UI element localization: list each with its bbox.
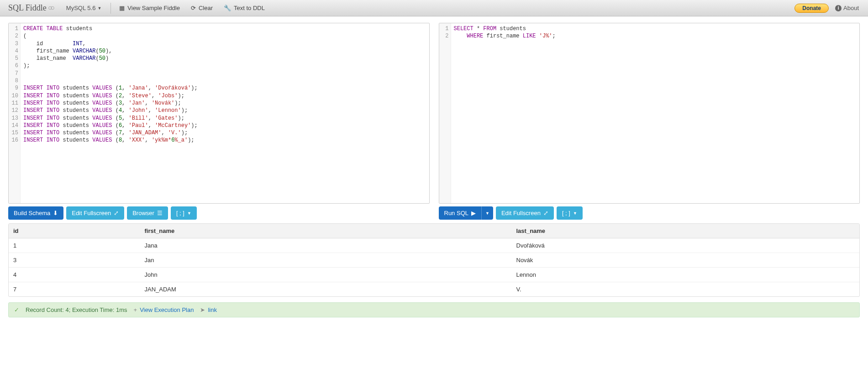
build-schema-button[interactable]: Build Schema ⬇: [8, 206, 63, 220]
query-code[interactable]: SELECT * FROM students WHERE first_name …: [451, 23, 558, 203]
wrench-icon: 🔧: [224, 5, 231, 11]
grid-icon: ▦: [119, 5, 125, 11]
query-editor[interactable]: 12 SELECT * FROM students WHERE first_na…: [439, 23, 860, 204]
clear-label: Clear: [199, 5, 213, 11]
schema-editor[interactable]: 12345678910111213141516 CREATE TABLE stu…: [8, 23, 430, 204]
table-cell: Lennon: [512, 268, 860, 282]
table-cell: JAN_ADAM: [140, 282, 512, 297]
refresh-icon: ⟳: [191, 5, 196, 11]
query-terminator-label: [ ; ]: [562, 210, 570, 216]
table-row: 7JAN_ADAMV.: [9, 282, 859, 297]
editor-panels: 12345678910111213141516 CREATE TABLE stu…: [0, 16, 868, 206]
caret-down-icon: ▼: [97, 6, 101, 11]
query-fullscreen-label: Edit Fullscreen: [501, 210, 541, 216]
query-fullscreen-button[interactable]: Edit Fullscreen ⤢: [496, 206, 554, 220]
table-cell: V.: [512, 282, 860, 297]
schema-actions: Build Schema ⬇ Edit Fullscreen ⤢ Browser…: [8, 206, 430, 220]
query-actions: Run SQL ▶ ▼ Edit Fullscreen ⤢ [ ; ] ▼: [439, 206, 860, 220]
run-sql-dropdown[interactable]: ▼: [481, 206, 493, 220]
table-row: 1JanaDvořáková: [9, 238, 859, 253]
table-cell: 1: [9, 238, 140, 253]
run-sql-group: Run SQL ▶ ▼: [439, 206, 493, 220]
text-to-ddl-button[interactable]: 🔧 Text to DDL: [218, 5, 270, 11]
about-label: About: [843, 5, 859, 11]
divider: [110, 3, 111, 14]
table-cell: Jana: [140, 238, 512, 253]
caret-down-icon: ▼: [187, 211, 191, 216]
table-cell: Novák: [512, 253, 860, 268]
query-line-gutter: 12: [439, 23, 451, 203]
logo-icon: [48, 5, 54, 11]
table-cell: 7: [9, 282, 140, 297]
clear-button[interactable]: ⟳ Clear: [185, 5, 218, 11]
schema-line-gutter: 12345678910111213141516: [9, 23, 21, 203]
db-engine-label: MySQL 5.6: [66, 5, 96, 11]
schema-fullscreen-button[interactable]: Edit Fullscreen ⤢: [66, 206, 124, 220]
table-cell: Jan: [140, 253, 512, 268]
svg-point-0: [48, 6, 52, 10]
table-cell: 4: [9, 268, 140, 282]
expand-icon: ⤢: [114, 210, 119, 216]
logo-text: SQL Fiddle: [8, 3, 47, 13]
view-sample-button[interactable]: ▦ View Sample Fiddle: [114, 5, 185, 11]
action-rows: Build Schema ⬇ Edit Fullscreen ⤢ Browser…: [0, 206, 868, 223]
view-sample-label: View Sample Fiddle: [127, 5, 180, 11]
caret-down-icon: ▼: [485, 211, 489, 216]
about-button[interactable]: i About: [829, 5, 865, 11]
schema-terminator-button[interactable]: [ ; ] ▼: [171, 206, 197, 220]
column-header: last_name: [512, 224, 860, 238]
schema-fullscreen-label: Edit Fullscreen: [72, 210, 111, 216]
exec-plan-group[interactable]: + View Execution Plan: [134, 306, 194, 313]
browser-label: Browser: [132, 210, 154, 216]
check-icon: ✓: [14, 306, 19, 313]
svg-point-1: [51, 6, 54, 10]
table-row: 4JohnLennon: [9, 268, 859, 282]
column-header: first_name: [140, 224, 512, 238]
logo[interactable]: SQL Fiddle: [3, 3, 60, 13]
query-terminator-button[interactable]: [ ; ] ▼: [557, 206, 583, 220]
play-icon: ▶: [471, 210, 476, 216]
table-cell: 3: [9, 253, 140, 268]
status-summary: Record Count: 4; Execution Time: 1ms: [26, 306, 127, 313]
expand-icon: ⤢: [543, 210, 548, 216]
permalink-group[interactable]: ➤ link: [200, 306, 217, 313]
browser-button[interactable]: Browser ☰: [127, 206, 168, 220]
build-schema-label: Build Schema: [14, 210, 50, 216]
text-to-ddl-label: Text to DDL: [234, 5, 265, 11]
status-bar: ✓ Record Count: 4; Execution Time: 1ms +…: [8, 302, 860, 317]
info-icon: i: [835, 5, 842, 11]
db-engine-selector[interactable]: MySQL 5.6 ▼: [60, 5, 108, 11]
schema-terminator-label: [ ; ]: [176, 210, 184, 216]
schema-code[interactable]: CREATE TABLE students ( id INT, first_na…: [21, 23, 200, 203]
donate-button[interactable]: Donate: [794, 4, 829, 13]
permalink[interactable]: link: [208, 306, 217, 313]
topbar: SQL Fiddle MySQL 5.6 ▼ ▦ View Sample Fid…: [0, 0, 868, 16]
list-icon: ☰: [157, 210, 163, 216]
results-header-row: idfirst_namelast_name: [9, 224, 859, 238]
table-cell: Dvořáková: [512, 238, 860, 253]
table-row: 3JanNovák: [9, 253, 859, 268]
exec-plan-link[interactable]: View Execution Plan: [140, 306, 194, 313]
plus-icon: +: [134, 306, 137, 313]
results-table: idfirst_namelast_name 1JanaDvořáková3Jan…: [8, 223, 860, 297]
run-sql-button[interactable]: Run SQL ▶: [439, 206, 481, 220]
column-header: id: [9, 224, 140, 238]
run-sql-label: Run SQL: [444, 210, 468, 216]
caret-down-icon: ▼: [573, 211, 577, 216]
share-icon: ➤: [200, 306, 205, 313]
table-cell: John: [140, 268, 512, 282]
download-icon: ⬇: [53, 210, 58, 216]
